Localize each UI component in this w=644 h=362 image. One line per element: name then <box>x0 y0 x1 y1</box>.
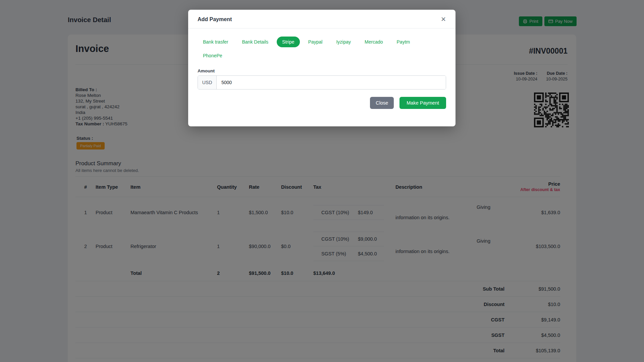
amount-input[interactable] <box>217 76 446 89</box>
add-payment-modal: Add Payment ✕ Bank trasfer Bank Details … <box>188 10 455 126</box>
tab-bank-details[interactable]: Bank Details <box>236 37 274 47</box>
tab-paytm[interactable]: Paytm <box>391 37 416 47</box>
modal-title: Add Payment <box>198 16 232 22</box>
tab-phonepe[interactable]: PhonePe <box>198 50 228 61</box>
tab-iyzipay[interactable]: Iyzipay <box>331 37 356 47</box>
tab-paypal[interactable]: Paypal <box>303 37 328 47</box>
modal-body: Bank trasfer Bank Details Stripe Paypal … <box>188 28 455 126</box>
currency-prefix: USD <box>198 76 217 89</box>
modal-header: Add Payment ✕ <box>188 10 455 28</box>
make-payment-button[interactable]: Make Payment <box>399 97 446 109</box>
amount-input-group: USD <box>198 75 446 89</box>
modal-actions: Close Make Payment <box>198 97 446 109</box>
tab-stripe[interactable]: Stripe <box>277 37 300 47</box>
amount-label: Amount <box>198 68 446 73</box>
tab-bank-transfer[interactable]: Bank trasfer <box>198 37 233 47</box>
close-icon[interactable]: ✕ <box>441 16 446 22</box>
payment-method-tabs: Bank trasfer Bank Details Stripe Paypal … <box>198 37 446 61</box>
modal-close-button[interactable]: Close <box>370 97 394 109</box>
tab-mercado[interactable]: Mercado <box>359 37 388 47</box>
